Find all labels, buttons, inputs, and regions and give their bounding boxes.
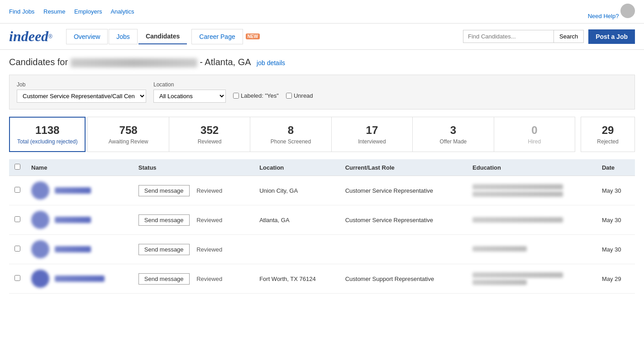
row3-name	[26, 235, 133, 264]
row2-select[interactable]	[14, 216, 20, 222]
pipeline-interviewed[interactable]: 17 Interviewed	[331, 117, 413, 152]
pipeline: 1138 Total (excluding rejected) 758 Awai…	[9, 117, 635, 152]
job-filter-select[interactable]: Customer Service Representative/Call Cen	[17, 90, 146, 103]
row3-status: Reviewed	[196, 246, 222, 253]
row1-name	[26, 176, 133, 205]
pipeline-reviewed[interactable]: 352 Reviewed	[169, 117, 250, 152]
pipeline-awaiting[interactable]: 758 Awaiting Review	[87, 117, 169, 152]
awaiting-count: 758	[119, 124, 138, 137]
row2-avatar	[31, 211, 49, 229]
select-all-checkbox[interactable]	[14, 164, 20, 170]
filter-checkboxes: Labeled: "Yes" Unread	[233, 92, 313, 99]
header-bar: indeed® Overview Jobs Candidates Career …	[0, 24, 644, 50]
row1-edu-blur-2	[472, 191, 563, 197]
location-filter-group: Location All Locations	[153, 81, 226, 103]
awaiting-label: Awaiting Review	[109, 138, 148, 145]
table-row: Send message Reviewed Fort Worth, TX 761…	[9, 264, 635, 294]
row2-location: Atlanta, GA	[254, 205, 340, 235]
row2-checkbox	[9, 205, 26, 235]
row1-edu-blur-1	[472, 184, 563, 190]
need-help-link[interactable]: Need Help?	[588, 13, 619, 19]
row4-select[interactable]	[14, 275, 20, 281]
row1-send-message-button[interactable]: Send message	[138, 185, 190, 196]
employers-link[interactable]: Employers	[74, 8, 102, 15]
search-button[interactable]: Search	[553, 30, 584, 43]
row1-status: Reviewed	[196, 187, 222, 194]
row4-send-message-button[interactable]: Send message	[138, 273, 190, 285]
row1-role: Customer Service Representative	[340, 176, 467, 205]
jobs-tab[interactable]: Jobs	[109, 29, 138, 44]
total-count: 1138	[35, 124, 59, 137]
offer-made-label: Offer Made	[439, 138, 467, 145]
row4-location: Fort Worth, TX 76124	[254, 264, 340, 294]
row2-name-text	[55, 217, 91, 223]
hired-label: Hired	[528, 138, 541, 145]
table-row: Send message Reviewed Union City, GA Cus…	[9, 176, 635, 205]
find-jobs-link[interactable]: Find Jobs	[9, 8, 34, 15]
pipeline-rejected[interactable]: 29 Rejected	[581, 117, 635, 152]
table-header-row: Name Status Location Current/Last Role E…	[9, 159, 635, 176]
header-checkbox-col	[9, 159, 26, 176]
hired-count: 0	[531, 124, 537, 137]
unread-label: Unread	[294, 92, 313, 99]
candidates-tab[interactable]: Candidates	[138, 29, 187, 44]
location-filter-select[interactable]: All Locations	[153, 90, 226, 103]
candidates-table: Name Status Location Current/Last Role E…	[9, 159, 635, 294]
row1-select[interactable]	[14, 187, 20, 193]
phone-screened-count: 8	[288, 124, 294, 137]
header-name: Name	[26, 159, 133, 176]
phone-screened-label: Phone Screened	[271, 138, 311, 145]
resume-link[interactable]: Resume	[43, 8, 65, 15]
top-nav-left: Find Jobs Resume Employers Analytics	[9, 8, 141, 15]
row4-status: Reviewed	[196, 276, 222, 282]
new-badge: NEW	[246, 33, 260, 39]
avatar	[620, 4, 635, 18]
job-filter-group: Job Customer Service Representative/Call…	[17, 81, 146, 103]
analytics-link[interactable]: Analytics	[110, 8, 134, 15]
header-date: Date	[596, 159, 635, 176]
row4-education	[467, 264, 596, 294]
row3-send-message-button[interactable]: Send message	[138, 244, 190, 255]
pipeline-hired[interactable]: 0 Hired	[494, 117, 575, 152]
labeled-yes-checkbox[interactable]: Labeled: "Yes"	[233, 92, 279, 99]
find-candidates-input[interactable]	[463, 30, 553, 43]
unread-input[interactable]	[286, 93, 292, 99]
row3-select[interactable]	[14, 246, 20, 252]
row4-edu-blur-2	[472, 280, 527, 285]
header-education: Education	[467, 159, 596, 176]
page-title: Candidates for - Atlanta, GA job details	[9, 57, 635, 67]
job-details-link[interactable]: job details	[257, 59, 285, 67]
row4-edu-blur-1	[472, 272, 563, 278]
row2-send-message-button[interactable]: Send message	[138, 214, 190, 226]
row2-edu-blur	[472, 217, 563, 223]
row4-checkbox	[9, 264, 26, 294]
total-label: Total (excluding rejected)	[17, 138, 77, 145]
reviewed-count: 352	[200, 124, 219, 137]
career-page-tab[interactable]: Career Page	[191, 29, 243, 44]
interviewed-label: Interviewed	[358, 138, 386, 145]
row4-role: Customer Support Representative	[340, 264, 467, 294]
labeled-yes-input[interactable]	[233, 93, 239, 99]
row4-avatar	[31, 270, 49, 288]
row2-send-msg: Send message Reviewed	[133, 205, 254, 235]
top-nav: Find Jobs Resume Employers Analytics Nee…	[0, 0, 644, 24]
pipeline-offer-made[interactable]: 3 Offer Made	[412, 117, 494, 152]
unread-checkbox[interactable]: Unread	[286, 92, 313, 99]
title-prefix: Candidates for	[9, 57, 68, 67]
row1-date: May 30	[596, 176, 635, 205]
row1-education	[467, 176, 596, 205]
overview-tab[interactable]: Overview	[66, 29, 108, 44]
row1-checkbox	[9, 176, 26, 205]
post-job-button[interactable]: Post a Job	[588, 29, 635, 44]
pipeline-phone-screened[interactable]: 8 Phone Screened	[250, 117, 331, 152]
job-title-blurred	[71, 58, 197, 67]
pipeline-total[interactable]: 1138 Total (excluding rejected)	[9, 117, 86, 152]
row3-role	[340, 235, 467, 264]
reviewed-label: Reviewed	[198, 138, 222, 145]
header-status: Status	[133, 159, 254, 176]
header-role: Current/Last Role	[340, 159, 467, 176]
location-filter-label: Location	[153, 81, 226, 88]
row1-avatar	[31, 181, 49, 200]
logo-trademark: ®	[48, 33, 52, 40]
top-nav-right: Need Help?	[581, 4, 635, 19]
